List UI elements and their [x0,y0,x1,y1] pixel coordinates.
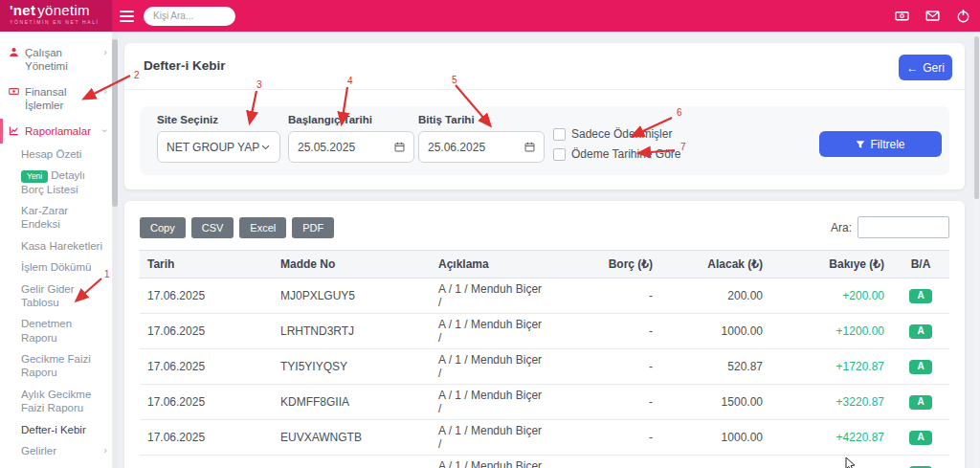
page-scrollbar-thumb[interactable] [974,36,979,199]
end-date-input[interactable]: 25.06.2025 [418,131,545,163]
cell-bakiye: +3220.87 [770,385,892,420]
cell-madde-no: MJ0PXLGUY5 [273,279,431,314]
ba-status-badge: A [909,289,931,303]
cell-bakiye: +4720.87 [770,456,892,468]
paid-only-checkbox[interactable] [553,128,566,141]
sidebar-scrollbar-thumb[interactable] [112,39,118,207]
chevron-right-icon: › [103,86,107,97]
logo-subtitle: YÖNETİMİN EN NET HALİ [10,19,112,25]
pdf-export-button[interactable]: PDF [292,217,334,238]
sidebar-item-label: Kar-Zarar Endeksi [21,204,107,232]
sidebar: Çalışan Yönetimi›Finansal İşlemler›Rapor… [0,32,112,468]
banknote-icon[interactable] [895,9,909,23]
calendar-icon[interactable] [524,142,535,152]
sidebar-item-kar-zarar-endeksi[interactable]: Kar-Zarar Endeksi [0,200,112,235]
sidebar-item-label: Çalışan Yönetimi [25,46,98,74]
calendar-icon[interactable] [394,142,405,152]
mail-icon[interactable] [925,9,940,23]
copy-export-button[interactable]: Copy [140,217,186,238]
page-scrollbar[interactable] [973,32,980,468]
arrow-left-icon: ← [906,61,918,75]
sidebar-item-label: Aylık Gecikme Faizi Raporu [21,388,107,415]
sidebar-item-gelir-gider-tablosu[interactable]: Gelir Gider Tablosu [0,279,112,314]
ba-status-badge: A [909,360,931,374]
csv-export-button[interactable]: CSV [191,217,234,238]
sidebar-item-i-lem-d-k-m[interactable]: İşlem Dökümü [0,256,112,278]
cell-madde-no: TYI5YIYQSY [273,349,431,385]
by-payment-date-checkbox[interactable] [553,148,566,161]
sidebar-item-ayl-k-gecikme-faizi-raporu[interactable]: Aylık Gecikme Faizi Raporu [0,384,112,419]
chevron-down-icon: › [100,128,111,132]
cell-borc: - [555,349,660,385]
table-search-input[interactable] [858,216,949,238]
column-header-bak-ye[interactable]: Bakıye (₺) [770,251,892,279]
table-row: 17.06.2025KDMFF8GIIAA / 1 / Menduh Biçer… [140,385,949,420]
cell-tarih: 17.06.2025 [140,279,273,314]
cell-madde-no: LRHTND3RTJ [273,314,431,349]
sidebar-item-raporlamalar[interactable]: Raporlamalar› [0,119,112,144]
paid-only-label: Sadece Ödenmişler [571,127,672,141]
cell-madde-no: KDMFF8GIIA [273,385,431,420]
sidebar-item-gider[interactable]: Gider› [0,461,112,468]
sidebar-item-label: Hesap Özeti [21,147,107,161]
table-row: 17.06.2025V1YGDSYRIGA / 1 / Menduh Biçer… [140,456,949,468]
power-icon[interactable] [956,9,970,23]
person-search-input[interactable] [144,7,235,26]
sidebar-item-label: Gelirler [21,444,103,457]
cell-tarih: 17.06.2025 [140,349,273,385]
by-payment-date-checkbox-row[interactable]: Ödeme Tarihine Göre [553,147,681,161]
cell-ba: A [892,385,949,420]
column-header-a-klama[interactable]: Açıklama [431,251,555,279]
cell-aciklama: A / 1 / Menduh Biçer / [431,349,555,385]
cell-alacak: 200.00 [660,279,770,314]
column-header-madde-no[interactable]: Madde No [273,251,431,279]
sidebar-item-gecikme-faizi-raporu[interactable]: Gecikme Faizi Raporu [0,348,112,384]
sidebar-item-detayl-bor-listesi[interactable]: YeniDetaylı Borç Listesi [0,165,112,200]
excel-export-button[interactable]: Excel [239,217,286,238]
chevron-down-icon [260,142,271,152]
sidebar-item-label: Raporlamalar [25,124,98,138]
column-header-tarih[interactable]: Tarih [140,251,273,279]
start-date-label: Başlangıç Tarihi [288,114,414,125]
site-select[interactable]: NET GROUP YAPI [157,131,280,163]
back-button[interactable]: ←Geri [899,55,952,80]
column-header-bor[interactable]: Borç (₺) [555,251,660,279]
cell-alacak: 500.00 [660,456,770,468]
ledger-table-body: 17.06.2025MJ0PXLGUY5A / 1 / Menduh Biçer… [140,279,949,468]
sidebar-item-kasa-hareketleri[interactable]: Kasa Hareketleri [0,235,112,256]
sidebar-item-gelirler[interactable]: Gelirler› [0,440,112,461]
sidebar-item-label: Kasa Hareketleri [21,239,107,253]
by-payment-date-label: Ödeme Tarihine Göre [571,147,681,161]
sidebar-item-hesap-zeti[interactable]: Hesap Özeti [0,144,112,165]
filter-panel: Site Seçiniz NET GROUP YAPI Başlangıç Ta… [140,106,949,175]
sidebar-item-al-an-y-netimi[interactable]: Çalışan Yönetimi› [0,40,112,79]
filter-button[interactable]: Filtrele [819,131,942,157]
cell-madde-no: V1YGDSYRIG [273,456,431,468]
sidebar-item-label: Denetmen Raporu [21,317,107,345]
cell-alacak: 1000.00 [660,420,770,456]
start-date-input[interactable]: 25.05.2025 [288,131,414,163]
paid-only-checkbox-row[interactable]: Sadece Ödenmişler [553,127,681,141]
column-header-alacak[interactable]: Alacak (₺) [660,251,770,279]
table-row: 17.06.2025EUVXAWNGTBA / 1 / Menduh Biçer… [140,420,949,456]
sidebar-item-label: Finansal İşlemler [25,85,98,113]
table-row: 17.06.2025MJ0PXLGUY5A / 1 / Menduh Biçer… [140,279,949,314]
ba-status-badge: A [909,324,931,339]
sidebar-item-finansal-i-lemler[interactable]: Finansal İşlemler› [0,79,112,119]
topbar: 'netyönetim YÖNETİMİN EN NET HALİ [0,0,980,32]
sidebar-item-label: YeniDetaylı Borç Listesi [21,168,107,196]
topbar-icons [895,9,980,23]
cell-borc: - [555,385,660,420]
cell-ba: A [892,420,949,456]
cell-ba: A [892,279,949,314]
app-logo[interactable]: 'netyönetim YÖNETİMİN EN NET HALİ [0,0,112,32]
sidebar-scrollbar[interactable] [112,32,118,468]
cell-tarih: 17.06.2025 [140,456,273,468]
column-header-b-a[interactable]: B/A [892,251,949,279]
chart-icon [9,125,19,136]
sidebar-item-denetmen-raporu[interactable]: Denetmen Raporu [0,313,112,348]
finance-icon [9,86,19,97]
sidebar-item-defter-i-kebir[interactable]: Defter-i Kebir [0,419,112,440]
menu-toggle-icon[interactable] [120,11,134,22]
end-date-label: Bitiş Tarihi [418,114,545,125]
